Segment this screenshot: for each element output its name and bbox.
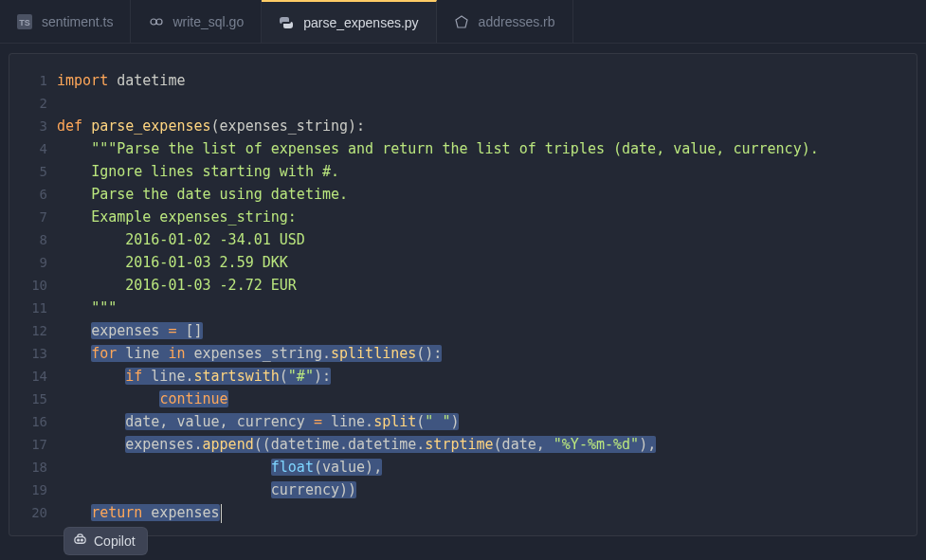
- svg-point-7: [81, 539, 82, 541]
- code-line: 11 """: [9, 297, 917, 319]
- code-line: 13 for line in expenses_string.splitline…: [9, 342, 917, 365]
- line-number: 1: [9, 69, 57, 92]
- code-line: 9 2016-01-03 2.59 DKK: [9, 251, 917, 274]
- code-content: """Parse the list of expenses and return…: [57, 137, 819, 160]
- code-line: 3def parse_expenses(expenses_string):: [9, 115, 917, 137]
- copilot-label: Copilot: [94, 533, 136, 549]
- tab-write-sql[interactable]: write_sql.go: [131, 0, 262, 43]
- line-number: 18: [9, 456, 57, 479]
- line-number: 11: [9, 297, 57, 319]
- tab-label: parse_expenses.py: [303, 15, 418, 30]
- tab-label: addresses.rb: [479, 14, 555, 29]
- tab-addresses[interactable]: addresses.rb: [437, 0, 573, 43]
- line-number: 14: [9, 365, 57, 388]
- line-number: 9: [9, 251, 57, 274]
- code-line: 20 return expenses: [9, 501, 917, 524]
- svg-text:TS: TS: [19, 18, 30, 27]
- svg-rect-5: [75, 537, 85, 544]
- line-number: 20: [9, 501, 57, 524]
- line-number: 7: [9, 206, 57, 228]
- line-number: 8: [9, 228, 57, 251]
- svg-point-3: [156, 19, 162, 25]
- code-content: continue: [57, 388, 228, 410]
- line-number: 15: [9, 388, 57, 410]
- line-number: 13: [9, 342, 57, 365]
- copilot-icon: [73, 533, 87, 550]
- code-content: """: [57, 297, 117, 319]
- line-number: 4: [9, 137, 57, 160]
- line-number: 16: [9, 410, 57, 433]
- code-content: expenses = []: [57, 319, 203, 342]
- line-number: 6: [9, 183, 57, 206]
- code-line: 14 if line.startswith("#"):: [9, 365, 917, 388]
- code-line: 10 2016-01-03 -2.72 EUR: [9, 274, 917, 297]
- tab-label: sentiment.ts: [42, 14, 113, 29]
- copilot-button[interactable]: Copilot: [64, 527, 148, 555]
- code-content: Parse the date using datetime.: [57, 183, 348, 206]
- code-content: 2016-01-03 2.59 DKK: [57, 251, 288, 274]
- code-content: date, value, currency = line.split(" "): [57, 410, 459, 433]
- code-line: 16 date, value, currency = line.split(" …: [9, 410, 917, 433]
- line-number: 10: [9, 274, 57, 297]
- line-number: 17: [9, 433, 57, 456]
- code-content: currency)): [57, 479, 356, 501]
- code-line: 7 Example expenses_string:: [9, 206, 917, 228]
- code-line: 6 Parse the date using datetime.: [9, 183, 917, 206]
- code-content: 2016-01-03 -2.72 EUR: [57, 274, 297, 297]
- go-icon: [148, 14, 163, 29]
- svg-marker-4: [456, 16, 467, 27]
- line-number: 12: [9, 319, 57, 342]
- code-content: import datetime: [57, 69, 185, 92]
- code-line: 19 currency)): [9, 479, 917, 501]
- code-line: 8 2016-01-02 -34.01 USD: [9, 228, 917, 251]
- code-content: Ignore lines starting with #.: [57, 160, 339, 183]
- line-number: 2: [9, 92, 57, 115]
- tab-bar: TS sentiment.ts write_sql.go parse_expen…: [0, 0, 926, 44]
- code-content: expenses.append((datetime.datetime.strpt…: [57, 433, 656, 456]
- code-line: 1import datetime: [9, 69, 917, 92]
- code-content: float(value),: [57, 456, 382, 479]
- code-editor[interactable]: 1import datetime23def parse_expenses(exp…: [9, 53, 917, 536]
- code-content: if line.startswith("#"):: [57, 365, 331, 388]
- cursor: [221, 504, 222, 523]
- code-line: 4 """Parse the list of expenses and retu…: [9, 137, 917, 160]
- code-line: 2: [9, 92, 917, 115]
- tab-sentiment[interactable]: TS sentiment.ts: [0, 0, 131, 43]
- code-content: for line in expenses_string.splitlines()…: [57, 342, 442, 365]
- svg-point-6: [78, 539, 80, 541]
- line-number: 3: [9, 115, 57, 137]
- rb-icon: [454, 14, 469, 29]
- code-content: return expenses: [57, 501, 222, 524]
- line-number: 19: [9, 479, 57, 501]
- line-number: 5: [9, 160, 57, 183]
- code-content: 2016-01-02 -34.01 USD: [57, 228, 305, 251]
- ts-icon: TS: [17, 14, 32, 29]
- code-line: 17 expenses.append((datetime.datetime.st…: [9, 433, 917, 456]
- code-line: 15 continue: [9, 388, 917, 410]
- code-line: 12 expenses = []: [9, 319, 917, 342]
- tab-parse-expenses[interactable]: parse_expenses.py: [262, 0, 436, 43]
- code-content: Example expenses_string:: [57, 206, 297, 228]
- tab-label: write_sql.go: [172, 14, 244, 29]
- py-icon: [279, 15, 294, 30]
- code-line: 5 Ignore lines starting with #.: [9, 160, 917, 183]
- code-line: 18 float(value),: [9, 456, 917, 479]
- svg-point-2: [151, 19, 156, 25]
- code-content: def parse_expenses(expenses_string):: [57, 115, 365, 137]
